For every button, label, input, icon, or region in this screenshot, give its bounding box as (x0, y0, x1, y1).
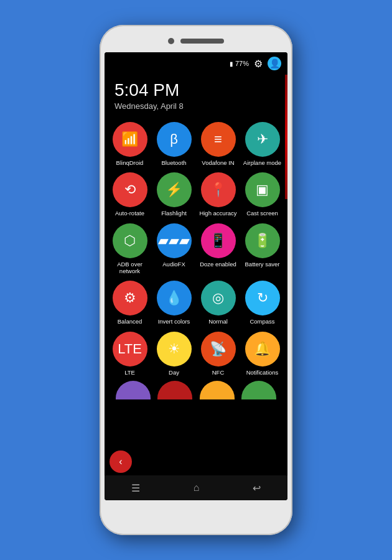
icon-grid-container: 📶BlinqDroidβBluetooth≡Vodafone IN✈Airpla… (110, 122, 282, 376)
icon-item-nfc[interactable]: 📡NFC (198, 332, 238, 376)
icon-item-invertcolors[interactable]: 💧Invert colors (154, 281, 194, 325)
icon-circle-day: ☀ (157, 332, 192, 366)
icon-item-blinqdroid[interactable]: 📶BlinqDroid (110, 122, 150, 166)
icon-circle-adb: ⬡ (113, 223, 147, 258)
home-nav-button[interactable]: ⌂ (194, 482, 200, 493)
phone-screen: ▮ 77% ⚙ 👤 5:04 PM Wednesday, April 8 📶Bl… (105, 52, 287, 500)
icon-label-normal: Normal (208, 318, 228, 325)
back-button[interactable]: ‹ (110, 450, 132, 473)
icon-item-doze[interactable]: 📱Doze enabled (198, 223, 238, 275)
time-display: 5:04 PM (114, 81, 278, 100)
icon-circle-balanced: ⚙ (113, 281, 147, 315)
icon-circle-bluetooth: β (157, 122, 192, 157)
icon-label-notifications: Notifications (246, 369, 279, 376)
icon-circle-notifications: 🔔 (245, 332, 280, 366)
user-avatar[interactable]: 👤 (268, 57, 281, 70)
icon-label-invertcolors: Invert colors (158, 318, 190, 325)
partial-icon-2 (198, 381, 236, 399)
icon-circle-invertcolors: 💧 (157, 281, 192, 315)
icon-circle-compass: ↻ (245, 281, 280, 315)
phone-bottom-bar (105, 503, 287, 514)
back-nav-button[interactable]: ↩ (253, 482, 261, 494)
partial-icon-3 (240, 381, 278, 399)
icon-label-bluetooth: Bluetooth (161, 159, 186, 166)
icon-circle-flashlight: ⚡ (157, 172, 192, 207)
icon-item-bluetooth[interactable]: βBluetooth (154, 122, 194, 166)
icon-label-day: Day (169, 369, 179, 376)
icon-item-battery[interactable]: 🔋Battery saver (242, 223, 282, 275)
icon-label-battery: Battery saver (245, 261, 280, 268)
icon-label-audiofx: AudioFX (162, 261, 185, 268)
icon-item-balanced[interactable]: ⚙Balanced (110, 281, 150, 325)
camera-dot (168, 38, 174, 44)
icon-label-compass: Compass (250, 318, 274, 325)
back-row: ‹ (105, 448, 287, 475)
icon-circle-battery: 🔋 (245, 223, 280, 258)
icon-circle-blinqdroid: 📶 (113, 122, 147, 157)
icon-item-compass[interactable]: ↻Compass (242, 281, 282, 325)
partial-row (110, 381, 282, 399)
status-bar: ▮ 77% ⚙ 👤 (105, 52, 287, 75)
icon-circle-airplane: ✈ (245, 122, 280, 157)
time-section: 5:04 PM Wednesday, April 8 (105, 75, 287, 119)
icon-label-blinqdroid: BlinqDroid (116, 159, 144, 166)
avatar-icon: 👤 (269, 58, 280, 68)
icon-circle-autorotate: ⟲ (113, 172, 147, 207)
icon-item-normal[interactable]: ◎Normal (198, 281, 238, 325)
bottom-nav: ☰ ⌂ ↩ (105, 475, 287, 500)
battery-percentage: 77% (235, 60, 249, 67)
icon-circle-audiofx: ▰▰▰ (157, 223, 192, 258)
icon-label-lte: LTE (124, 369, 135, 376)
speaker-bar (180, 39, 224, 44)
icon-item-lte[interactable]: LTELTE (110, 332, 150, 376)
icon-item-highaccuracy[interactable]: 📍High accuracy (198, 172, 238, 217)
icon-circle-vodafone: ≡ (201, 122, 236, 157)
back-icon: ‹ (119, 456, 122, 467)
icon-item-notifications[interactable]: 🔔Notifications (242, 332, 282, 376)
icon-circle-lte: LTE (113, 332, 147, 366)
icon-item-adb[interactable]: ⬡ADB over network (110, 223, 150, 275)
partial-icon-1 (156, 381, 194, 399)
icon-item-audiofx[interactable]: ▰▰▰AudioFX (154, 223, 194, 275)
icon-label-autorotate: Auto-rotate (115, 210, 144, 217)
app-grid: 📶BlinqDroidβBluetooth≡Vodafone IN✈Airpla… (105, 119, 287, 475)
battery-icon: ▮ (230, 60, 233, 67)
date-display: Wednesday, April 8 (114, 101, 278, 111)
settings-icon[interactable]: ⚙ (254, 58, 263, 70)
icon-label-doze: Doze enabled (200, 261, 236, 268)
icon-label-highaccuracy: High accuracy (199, 210, 236, 217)
icon-item-castscreen[interactable]: ▣Cast screen (242, 172, 282, 217)
icon-label-castscreen: Cast screen (246, 210, 278, 217)
icon-item-day[interactable]: ☀Day (154, 332, 194, 376)
icon-circle-normal: ◎ (201, 281, 236, 315)
menu-nav-button[interactable]: ☰ (131, 482, 140, 494)
icon-circle-doze: 📱 (201, 223, 236, 258)
icon-label-adb: ADB over network (111, 261, 149, 275)
phone-top-bar (105, 32, 287, 50)
icon-item-flashlight[interactable]: ⚡Flashlight (154, 172, 194, 217)
icon-label-airplane: Airplane mode (243, 159, 281, 166)
icon-circle-highaccuracy: 📍 (201, 172, 236, 207)
icon-item-airplane[interactable]: ✈Airplane mode (242, 122, 282, 166)
icon-item-vodafone[interactable]: ≡Vodafone IN (198, 122, 238, 166)
icon-label-flashlight: Flashlight (161, 210, 187, 217)
icon-label-vodafone: Vodafone IN (202, 159, 234, 166)
accent-bar (285, 75, 287, 199)
phone-device: ▮ 77% ⚙ 👤 5:04 PM Wednesday, April 8 📶Bl… (100, 25, 292, 535)
icon-label-nfc: NFC (212, 369, 225, 376)
partial-icon-0 (114, 381, 152, 399)
icon-label-balanced: Balanced (118, 318, 142, 325)
icon-item-autorotate[interactable]: ⟲Auto-rotate (110, 172, 150, 217)
battery-indicator: ▮ 77% (230, 60, 249, 67)
icon-circle-castscreen: ▣ (245, 172, 280, 207)
icon-circle-nfc: 📡 (201, 332, 236, 366)
